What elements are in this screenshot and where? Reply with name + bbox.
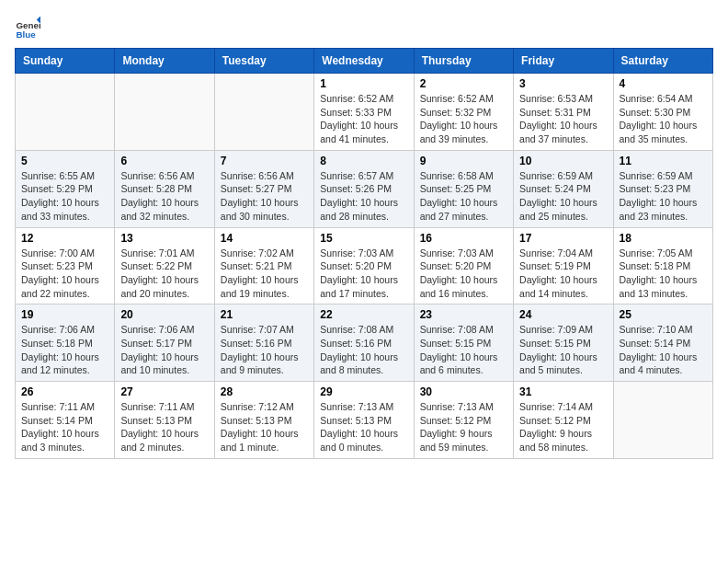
- svg-text:Blue: Blue: [16, 29, 36, 40]
- day-number: 17: [519, 232, 607, 245]
- day-number: 19: [21, 308, 108, 321]
- day-number: 31: [519, 385, 607, 398]
- day-info: Sunrise: 6:52 AM Sunset: 5:33 PM Dayligh…: [320, 92, 407, 146]
- day-number: 9: [420, 155, 507, 167]
- day-info: Sunrise: 7:12 AM Sunset: 5:13 PM Dayligh…: [221, 400, 308, 454]
- day-info: Sunrise: 7:09 AM Sunset: 5:15 PM Dayligh…: [519, 323, 607, 377]
- day-number: 24: [519, 308, 607, 321]
- day-number: 11: [620, 155, 707, 167]
- day-number: 1: [320, 77, 407, 90]
- day-number: 14: [221, 232, 308, 245]
- logo: General Blue: [15, 15, 44, 40]
- day-number: 25: [620, 308, 707, 321]
- day-info: Sunrise: 7:13 AM Sunset: 5:12 PM Dayligh…: [420, 400, 507, 454]
- calendar-day-cell: 20Sunrise: 7:06 AM Sunset: 5:17 PM Dayli…: [115, 304, 214, 382]
- day-number: 16: [420, 232, 507, 245]
- calendar-week-row: 26Sunrise: 7:11 AM Sunset: 5:14 PM Dayli…: [16, 382, 713, 459]
- day-number: 30: [420, 385, 507, 398]
- day-number: 2: [420, 77, 507, 90]
- calendar-day-cell: 9Sunrise: 6:58 AM Sunset: 5:25 PM Daylig…: [414, 150, 513, 227]
- day-info: Sunrise: 7:01 AM Sunset: 5:22 PM Dayligh…: [120, 247, 208, 301]
- day-number: 26: [21, 385, 108, 398]
- day-info: Sunrise: 7:06 AM Sunset: 5:18 PM Dayligh…: [21, 323, 108, 377]
- day-number: 23: [420, 308, 507, 321]
- day-info: Sunrise: 6:59 AM Sunset: 5:23 PM Dayligh…: [620, 169, 707, 224]
- calendar-day-cell: 24Sunrise: 7:09 AM Sunset: 5:15 PM Dayli…: [514, 304, 613, 382]
- calendar-table: SundayMondayTuesdayWednesdayThursdayFrid…: [15, 48, 713, 459]
- weekday-header-friday: Friday: [514, 49, 613, 74]
- calendar-day-cell: 3Sunrise: 6:53 AM Sunset: 5:31 PM Daylig…: [514, 74, 613, 151]
- day-info: Sunrise: 7:14 AM Sunset: 5:12 PM Dayligh…: [519, 400, 607, 454]
- calendar-day-cell: 26Sunrise: 7:11 AM Sunset: 5:14 PM Dayli…: [16, 382, 115, 459]
- calendar-week-row: 1Sunrise: 6:52 AM Sunset: 5:33 PM Daylig…: [16, 74, 713, 151]
- day-info: Sunrise: 7:08 AM Sunset: 5:16 PM Dayligh…: [320, 323, 407, 377]
- day-info: Sunrise: 6:58 AM Sunset: 5:25 PM Dayligh…: [420, 169, 507, 224]
- day-number: 20: [120, 308, 208, 321]
- weekday-header-tuesday: Tuesday: [214, 49, 313, 74]
- day-info: Sunrise: 6:56 AM Sunset: 5:28 PM Dayligh…: [120, 169, 208, 224]
- calendar-day-cell: 28Sunrise: 7:12 AM Sunset: 5:13 PM Dayli…: [214, 382, 313, 459]
- weekday-header-saturday: Saturday: [613, 49, 712, 74]
- day-number: 6: [120, 155, 208, 167]
- calendar-day-cell: 4Sunrise: 6:54 AM Sunset: 5:30 PM Daylig…: [613, 74, 712, 151]
- calendar-week-row: 19Sunrise: 7:06 AM Sunset: 5:18 PM Dayli…: [16, 304, 713, 382]
- day-info: Sunrise: 6:57 AM Sunset: 5:26 PM Dayligh…: [320, 169, 407, 224]
- day-info: Sunrise: 7:03 AM Sunset: 5:20 PM Dayligh…: [420, 247, 507, 301]
- calendar-day-cell: 6Sunrise: 6:56 AM Sunset: 5:28 PM Daylig…: [115, 150, 214, 227]
- day-number: 13: [120, 232, 208, 245]
- calendar-day-cell: 8Sunrise: 6:57 AM Sunset: 5:26 PM Daylig…: [314, 150, 414, 227]
- day-number: 4: [620, 77, 707, 90]
- day-number: 21: [221, 308, 308, 321]
- day-number: 15: [320, 232, 407, 245]
- day-info: Sunrise: 6:52 AM Sunset: 5:32 PM Dayligh…: [420, 92, 507, 146]
- calendar-day-cell: 1Sunrise: 6:52 AM Sunset: 5:33 PM Daylig…: [314, 74, 414, 151]
- day-number: 5: [21, 155, 108, 167]
- day-number: 7: [221, 155, 308, 167]
- day-info: Sunrise: 6:59 AM Sunset: 5:24 PM Dayligh…: [519, 169, 607, 224]
- day-info: Sunrise: 7:05 AM Sunset: 5:18 PM Dayligh…: [620, 247, 707, 301]
- calendar-day-cell: 19Sunrise: 7:06 AM Sunset: 5:18 PM Dayli…: [16, 304, 115, 382]
- calendar-day-cell: 27Sunrise: 7:11 AM Sunset: 5:13 PM Dayli…: [115, 382, 214, 459]
- calendar-day-cell: 18Sunrise: 7:05 AM Sunset: 5:18 PM Dayli…: [613, 227, 712, 304]
- day-number: 28: [221, 385, 308, 398]
- calendar-week-row: 12Sunrise: 7:00 AM Sunset: 5:23 PM Dayli…: [16, 227, 713, 304]
- day-info: Sunrise: 7:06 AM Sunset: 5:17 PM Dayligh…: [120, 323, 208, 377]
- day-info: Sunrise: 7:00 AM Sunset: 5:23 PM Dayligh…: [21, 247, 108, 301]
- day-info: Sunrise: 7:10 AM Sunset: 5:14 PM Dayligh…: [620, 323, 707, 377]
- calendar-day-cell: 2Sunrise: 6:52 AM Sunset: 5:32 PM Daylig…: [414, 74, 513, 151]
- calendar-day-cell: [115, 74, 214, 151]
- day-info: Sunrise: 7:11 AM Sunset: 5:14 PM Dayligh…: [21, 400, 108, 454]
- day-number: 12: [21, 232, 108, 245]
- day-info: Sunrise: 7:08 AM Sunset: 5:15 PM Dayligh…: [420, 323, 507, 377]
- calendar-header-row: SundayMondayTuesdayWednesdayThursdayFrid…: [16, 49, 713, 74]
- calendar-day-cell: 29Sunrise: 7:13 AM Sunset: 5:13 PM Dayli…: [314, 382, 414, 459]
- calendar-week-row: 5Sunrise: 6:55 AM Sunset: 5:29 PM Daylig…: [16, 150, 713, 227]
- calendar-day-cell: 25Sunrise: 7:10 AM Sunset: 5:14 PM Dayli…: [613, 304, 712, 382]
- calendar-day-cell: 30Sunrise: 7:13 AM Sunset: 5:12 PM Dayli…: [414, 382, 513, 459]
- weekday-header-wednesday: Wednesday: [314, 49, 414, 74]
- calendar-day-cell: 10Sunrise: 6:59 AM Sunset: 5:24 PM Dayli…: [514, 150, 613, 227]
- weekday-header-thursday: Thursday: [414, 49, 513, 74]
- day-info: Sunrise: 7:07 AM Sunset: 5:16 PM Dayligh…: [221, 323, 308, 377]
- calendar-day-cell: 16Sunrise: 7:03 AM Sunset: 5:20 PM Dayli…: [414, 227, 513, 304]
- calendar-day-cell: 11Sunrise: 6:59 AM Sunset: 5:23 PM Dayli…: [613, 150, 712, 227]
- calendar-day-cell: [613, 382, 712, 459]
- calendar-day-cell: [16, 74, 115, 151]
- day-number: 27: [120, 385, 208, 398]
- day-number: 29: [320, 385, 407, 398]
- day-info: Sunrise: 7:11 AM Sunset: 5:13 PM Dayligh…: [120, 400, 208, 454]
- day-number: 8: [320, 155, 407, 167]
- weekday-header-monday: Monday: [115, 49, 214, 74]
- day-info: Sunrise: 7:04 AM Sunset: 5:19 PM Dayligh…: [519, 247, 607, 301]
- calendar-day-cell: [214, 74, 313, 151]
- calendar-day-cell: 14Sunrise: 7:02 AM Sunset: 5:21 PM Dayli…: [214, 227, 313, 304]
- calendar-day-cell: 17Sunrise: 7:04 AM Sunset: 5:19 PM Dayli…: [514, 227, 613, 304]
- calendar-day-cell: 13Sunrise: 7:01 AM Sunset: 5:22 PM Dayli…: [115, 227, 214, 304]
- day-info: Sunrise: 7:02 AM Sunset: 5:21 PM Dayligh…: [221, 247, 308, 301]
- day-info: Sunrise: 6:54 AM Sunset: 5:30 PM Dayligh…: [620, 92, 707, 146]
- calendar-day-cell: 21Sunrise: 7:07 AM Sunset: 5:16 PM Dayli…: [214, 304, 313, 382]
- day-info: Sunrise: 6:56 AM Sunset: 5:27 PM Dayligh…: [221, 169, 308, 224]
- calendar-day-cell: 7Sunrise: 6:56 AM Sunset: 5:27 PM Daylig…: [214, 150, 313, 227]
- day-info: Sunrise: 7:13 AM Sunset: 5:13 PM Dayligh…: [320, 400, 407, 454]
- page-header: General Blue: [15, 15, 713, 40]
